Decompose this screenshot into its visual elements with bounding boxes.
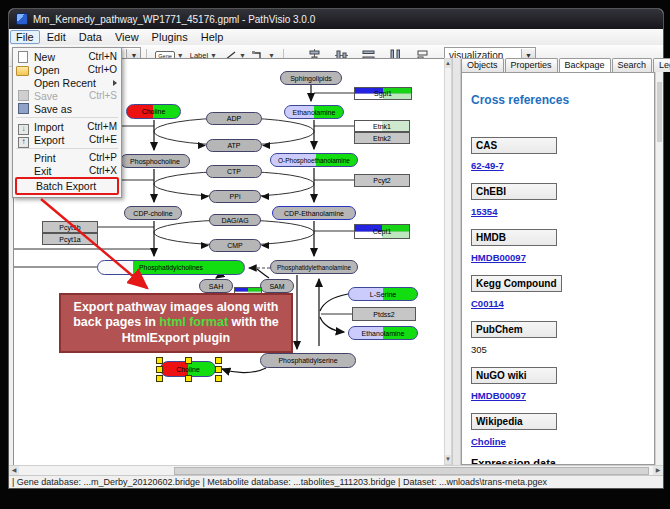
title-bar[interactable]: Mm_Kennedy_pathway_WP1771_45176.gpml - P… xyxy=(9,9,663,29)
menu-item-new[interactable]: New Ctrl+N xyxy=(13,50,121,63)
metabolite-node[interactable]: Phosphatidylserine xyxy=(260,353,356,368)
xref-link[interactable]: 62-49-7 xyxy=(471,160,644,171)
menu-item-label: New xyxy=(34,51,82,63)
gene-node[interactable]: Ptdss2 xyxy=(352,307,416,321)
menu-item-label: Print xyxy=(34,152,83,164)
blank-icon xyxy=(16,77,30,88)
resize-handle[interactable] xyxy=(156,357,163,364)
menu-view[interactable]: View xyxy=(109,30,145,44)
metabolite-node[interactable]: Ethanolamine xyxy=(284,105,344,119)
menu-item-open[interactable]: Open Ctrl+O xyxy=(13,63,121,76)
xref-source-header: Wikipedia xyxy=(471,413,557,430)
resize-handle[interactable] xyxy=(156,366,163,373)
menu-item-shortcut: Ctrl+S xyxy=(89,90,117,101)
tab-properties[interactable]: Properties xyxy=(505,58,558,72)
gene-node[interactable]: Pcyt2 xyxy=(354,174,410,187)
tab-backpage[interactable]: Backpage xyxy=(559,58,611,73)
sidebar: Objects Properties Backpage Search Legen… xyxy=(461,58,663,465)
metabolite-node[interactable]: CDP-Ethanolamine xyxy=(272,206,356,220)
menu-item-exit[interactable]: Exit Ctrl+X xyxy=(13,164,121,177)
blank-icon xyxy=(16,165,30,176)
menu-item-import[interactable]: ↓ Import Ctrl+M xyxy=(13,120,121,133)
metabolite-node[interactable]: Phosphocholine xyxy=(120,154,190,168)
metabolite-node[interactable]: PPi xyxy=(209,190,261,203)
resize-handle[interactable] xyxy=(185,375,192,382)
metabolite-node[interactable]: DAG/AG xyxy=(209,214,261,226)
backpage-section: HMDB HMDB00097 xyxy=(471,227,644,263)
selected-node-group[interactable]: Choline xyxy=(160,361,216,377)
scrollbar-thumb[interactable] xyxy=(174,467,649,475)
menu-item-batch-export[interactable]: Batch Export xyxy=(15,177,119,195)
metabolite-node[interactable]: CDP-choline xyxy=(124,206,182,220)
sidebar-scrollbar[interactable] xyxy=(655,72,663,465)
node-label: Phosphatidylserine xyxy=(278,357,337,364)
node-label: DAG/AG xyxy=(221,217,248,224)
metabolite-node[interactable]: CTP xyxy=(206,165,262,178)
metabolite-node[interactable]: CMP xyxy=(209,239,261,252)
node-label: Ethanolamine xyxy=(362,330,405,337)
menu-item-shortcut: Ctrl+X xyxy=(89,165,117,176)
metabolite-node[interactable]: Ethanolamine xyxy=(348,326,418,340)
resize-handle[interactable] xyxy=(185,357,192,364)
metabolite-node[interactable]: Sphingolipids xyxy=(280,71,342,85)
resize-handle[interactable] xyxy=(215,375,222,382)
menu-help[interactable]: Help xyxy=(195,30,230,44)
menu-item-print[interactable]: Print Ctrl+P xyxy=(13,151,121,164)
gene-node[interactable]: Etnk2 xyxy=(354,132,410,144)
gene-node[interactable]: Sgpl1 xyxy=(354,87,412,100)
xref-link[interactable]: 15354 xyxy=(471,206,644,217)
resize-handle[interactable] xyxy=(215,357,222,364)
node-label: ADP xyxy=(227,115,241,122)
metabolite-node[interactable]: L-Serine xyxy=(348,287,418,301)
menu-file[interactable]: File xyxy=(10,30,40,44)
metabolite-node[interactable]: O-Phosphoethanolamine xyxy=(270,153,358,167)
node-label: SAH xyxy=(209,283,223,290)
canvas-vertical-scrollbar[interactable]: ▲ ▼ xyxy=(444,58,452,465)
gene-node[interactable]: Pcyt1a xyxy=(42,233,98,245)
tab-legend[interactable]: Legend xyxy=(653,58,670,72)
backpage-panel: Cross references CAS 62-49-7 ChEBI 15354… xyxy=(461,72,655,465)
gene-node[interactable]: Cept1 xyxy=(354,224,410,239)
gene-node[interactable]: Pcyt1b xyxy=(42,221,98,233)
scrollbar-thumb[interactable] xyxy=(657,82,662,142)
xref-link[interactable]: Choline xyxy=(471,436,644,447)
scroll-down-icon[interactable]: ▼ xyxy=(445,455,451,464)
gene-node[interactable]: Etnk1 xyxy=(354,120,410,132)
metabolite-node[interactable]: Choline xyxy=(126,104,181,119)
xref-link[interactable]: HMDB00097 xyxy=(471,390,644,401)
metabolite-node[interactable]: ADP xyxy=(206,112,262,125)
resize-handle[interactable] xyxy=(215,366,222,373)
sidebar-splitter[interactable] xyxy=(452,58,461,465)
xref-link[interactable]: C00114 xyxy=(471,298,644,309)
scroll-right-icon[interactable]: ▶ xyxy=(653,466,663,475)
new-file-icon xyxy=(16,51,30,62)
node-label: CMP xyxy=(227,242,243,249)
backpage-section: PubChem 305 xyxy=(471,319,644,355)
tab-objects[interactable]: Objects xyxy=(461,58,504,72)
metabolite-node[interactable]: Phosphatidylcholines xyxy=(97,260,245,275)
horizontal-scrollbar[interactable]: ◀ ▶ xyxy=(9,465,663,475)
menu-item-export[interactable]: ↑ Export Ctrl+E xyxy=(13,133,121,146)
menu-data[interactable]: Data xyxy=(73,30,108,44)
backpage-section: ChEBI 15354 xyxy=(471,181,644,217)
metabolite-node[interactable]: SAH xyxy=(199,279,233,293)
xref-source-header: PubChem xyxy=(471,321,557,338)
menu-item-open-recent[interactable]: Open Recent xyxy=(13,76,121,89)
xref-link[interactable]: HMDB00097 xyxy=(471,252,644,263)
node-label: Etnk1 xyxy=(373,123,391,130)
node-label: Choline xyxy=(142,108,166,115)
scroll-left-icon[interactable]: ◀ xyxy=(9,466,19,475)
scroll-up-icon[interactable]: ▲ xyxy=(445,59,451,68)
metabolite-node[interactable]: SAM xyxy=(260,279,294,293)
resize-handle[interactable] xyxy=(156,375,163,382)
menu-item-label: Open Recent xyxy=(34,77,113,89)
node-label: SAM xyxy=(269,283,284,290)
menu-plugins[interactable]: Plugins xyxy=(146,30,194,44)
menu-edit[interactable]: Edit xyxy=(41,30,72,44)
menu-item-label: Export xyxy=(34,134,83,146)
metabolite-node[interactable]: Phosphatidylethanolamine xyxy=(270,260,358,274)
menu-item-save-as[interactable]: Save as xyxy=(13,102,121,115)
node-label: Choline xyxy=(176,366,200,373)
tab-search[interactable]: Search xyxy=(612,58,653,72)
metabolite-node[interactable]: ATP xyxy=(206,139,262,152)
